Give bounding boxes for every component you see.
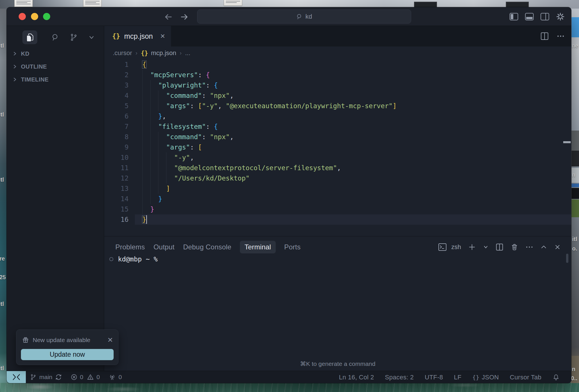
cursor-tab-toggle[interactable]: Cursor Tab [510,374,541,381]
section-label: OUTLINE [21,63,47,70]
new-terminal-icon[interactable] [468,243,476,251]
maximize-panel-icon[interactable] [540,244,547,251]
line-number: 1 [104,59,135,70]
sidebar-section-kd[interactable]: KD [7,47,104,60]
section-label: KD [21,51,30,57]
zoom-traffic-light[interactable] [43,13,50,20]
chevron-right-icon [12,77,18,82]
breadcrumb-more[interactable]: ... [185,49,190,57]
indent-guide [142,204,143,214]
panel-tab-problems[interactable]: Problems [115,243,145,251]
source-control-icon[interactable] [66,30,81,44]
indentation[interactable]: Spaces: 2 [385,374,414,381]
kill-terminal-icon[interactable] [510,243,518,251]
desktop-label-fragment: itl [572,236,577,242]
line-number: 2 [104,70,135,80]
search-sidebar-icon[interactable] [48,30,63,44]
desktop-label-fragment: n [572,172,575,178]
toggle-panel-icon[interactable] [525,13,534,21]
terminal-prompt-line[interactable]: kd@mbp ~ % [109,255,158,263]
sidebar-section-outline[interactable]: OUTLINE [7,60,104,73]
branch-icon [30,374,37,381]
gear-icon[interactable] [556,12,565,21]
code-line-11: 11 "@modelcontextprotocol/server-filesys… [104,163,571,173]
minimize-traffic-light[interactable] [31,13,38,20]
breadcrumb-folder[interactable]: .cursor [113,49,132,57]
json-file-icon: {} [141,50,148,57]
sync-icon[interactable] [55,374,62,381]
problems-status[interactable]: 0 0 [71,374,100,381]
indent-guide [150,111,151,121]
desktop: itlitlitlre25itlitlnenitlo.n0.. kd [0,0,579,392]
branch-name: main [39,374,53,381]
indent-guide [142,163,143,173]
indent-guide [142,90,143,101]
code-editor[interactable]: 1{2 "mcpServers": {3 "playwright": {4 "c… [104,59,571,236]
desktop-label-fragment: re [0,255,5,262]
panel-more-icon[interactable] [525,243,533,251]
encoding[interactable]: UTF-8 [425,374,443,381]
bell-icon[interactable] [552,374,560,381]
indent-guide [166,173,166,183]
forward-arrow-icon[interactable] [178,11,190,23]
tab-mcp-json[interactable]: {} mcp.json × [104,26,171,46]
split-terminal-icon[interactable] [496,243,504,251]
desktop-label-fragment: o. [572,245,577,252]
back-arrow-icon[interactable] [163,11,174,23]
remote-indicator[interactable] [7,371,26,383]
tab-close-icon[interactable]: × [160,32,165,40]
code-line-6: 6 }, [104,111,571,121]
close-panel-icon[interactable] [554,244,561,251]
code-line-1: 1{ [104,59,571,70]
panel-tab-debug-console[interactable]: Debug Console [183,243,231,251]
indent-guide [150,132,151,142]
panel-tab-ports[interactable]: Ports [284,243,301,251]
breadcrumb[interactable]: .cursor › {} mcp.json › ... [104,46,571,59]
desktop-icon [572,184,579,187]
indent-guide [142,142,143,152]
indent-guide [150,152,151,163]
eol[interactable]: LF [454,374,461,381]
code-line-2: 2 "mcpServers": { [104,70,571,80]
sidebar-section-timeline[interactable]: TIMELINE [7,73,104,86]
update-now-button[interactable]: Update now [21,349,114,360]
split-editor-icon[interactable] [540,32,549,40]
search-icon [296,13,303,20]
toggle-right-sidebar-icon[interactable] [540,13,549,21]
branch-status[interactable]: main [30,374,62,381]
notification-message: New update available [33,337,90,344]
panel-tab-terminal[interactable]: Terminal [240,241,275,253]
line-number: 12 [104,173,135,183]
terminal-scrollbar[interactable] [566,254,568,263]
indent-guide [142,183,143,194]
indent-guide [150,121,151,132]
explorer-icon[interactable] [22,30,37,44]
cursor-position[interactable]: Ln 16, Col 2 [339,374,374,381]
desktop-label-fragment: itl [0,176,4,183]
indent-guide [158,132,158,142]
code-line-4: 4 "command": "npx", [104,90,571,101]
indent-guide [150,101,151,111]
panel-tab-output[interactable]: Output [154,243,174,251]
more-actions-icon[interactable] [556,32,565,40]
gift-icon [22,337,29,344]
command-center-search[interactable]: kd [197,9,411,24]
update-notification: New update available ✕ Update now [16,329,118,365]
editor-tabbar: {} mcp.json × [104,26,571,46]
line-number: 11 [104,163,135,173]
desktop-label-fragment: itl [0,365,4,372]
chevron-down-icon[interactable] [84,30,99,44]
indent-guide [158,173,158,183]
terminal-prompt: kd@mbp ~ % [118,255,158,263]
terminal-dropdown-icon[interactable] [483,244,489,250]
chevron-right-icon: › [179,50,182,56]
language-mode[interactable]: {}JSON [472,374,499,381]
toggle-left-sidebar-icon[interactable] [509,13,518,21]
breadcrumb-file[interactable]: mcp.json [151,49,176,57]
indent-guide [150,173,151,183]
notification-close-icon[interactable]: ✕ [107,336,113,344]
shell-label[interactable]: zsh [451,243,461,251]
close-traffic-light[interactable] [19,13,26,20]
broadcast-status[interactable]: 0 [108,374,122,381]
editor-scrollbar[interactable] [563,141,571,143]
